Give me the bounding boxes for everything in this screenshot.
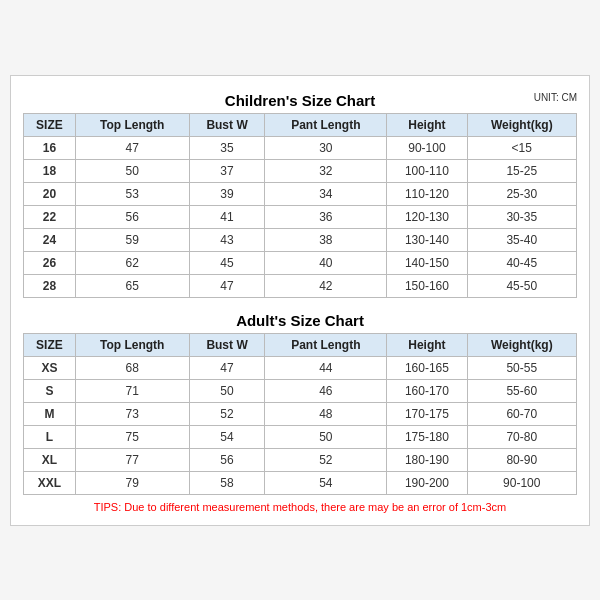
table-row: 24594338130-14035-40 xyxy=(24,228,577,251)
col-weight-adult: Weight(kg) xyxy=(467,333,576,356)
children-table-header: SIZE Top Length Bust W Pant Length Heigh… xyxy=(24,113,577,136)
children-table-body: 1647353090-100<1518503732100-11015-25205… xyxy=(24,136,577,297)
table-row: L755450175-18070-80 xyxy=(24,425,577,448)
children-title-text: Children's Size Chart xyxy=(225,92,375,109)
table-row: S715046160-17055-60 xyxy=(24,379,577,402)
adult-table-header: SIZE Top Length Bust W Pant Length Heigh… xyxy=(24,333,577,356)
table-row: XXL795854190-20090-100 xyxy=(24,471,577,494)
adult-title-text: Adult's Size Chart xyxy=(236,312,364,329)
col-size: SIZE xyxy=(24,113,76,136)
adult-table: SIZE Top Length Bust W Pant Length Heigh… xyxy=(23,333,577,495)
col-pant-length-adult: Pant Length xyxy=(265,333,387,356)
tips-text: TIPS: Due to different measurement metho… xyxy=(23,501,577,513)
table-row: M735248170-17560-70 xyxy=(24,402,577,425)
col-top-length-adult: Top Length xyxy=(75,333,189,356)
adult-title: Adult's Size Chart xyxy=(23,306,577,333)
table-row: XL775652180-19080-90 xyxy=(24,448,577,471)
children-table: SIZE Top Length Bust W Pant Length Heigh… xyxy=(23,113,577,298)
col-bust-w: Bust W xyxy=(189,113,265,136)
table-row: 1647353090-100<15 xyxy=(24,136,577,159)
col-size-adult: SIZE xyxy=(24,333,76,356)
table-row: 22564136120-13030-35 xyxy=(24,205,577,228)
chart-container: Children's Size Chart UNIT: CM SIZE Top … xyxy=(10,75,590,526)
col-height-adult: Height xyxy=(387,333,467,356)
col-top-length: Top Length xyxy=(75,113,189,136)
table-row: XS684744160-16550-55 xyxy=(24,356,577,379)
col-weight: Weight(kg) xyxy=(467,113,576,136)
table-row: 26624540140-15040-45 xyxy=(24,251,577,274)
col-height: Height xyxy=(387,113,467,136)
table-row: 20533934110-12025-30 xyxy=(24,182,577,205)
col-bust-w-adult: Bust W xyxy=(189,333,265,356)
table-row: 28654742150-16045-50 xyxy=(24,274,577,297)
unit-label: UNIT: CM xyxy=(534,92,577,103)
table-row: 18503732100-11015-25 xyxy=(24,159,577,182)
adult-table-body: XS684744160-16550-55S715046160-17055-60M… xyxy=(24,356,577,494)
children-title: Children's Size Chart UNIT: CM xyxy=(23,86,577,113)
col-pant-length: Pant Length xyxy=(265,113,387,136)
